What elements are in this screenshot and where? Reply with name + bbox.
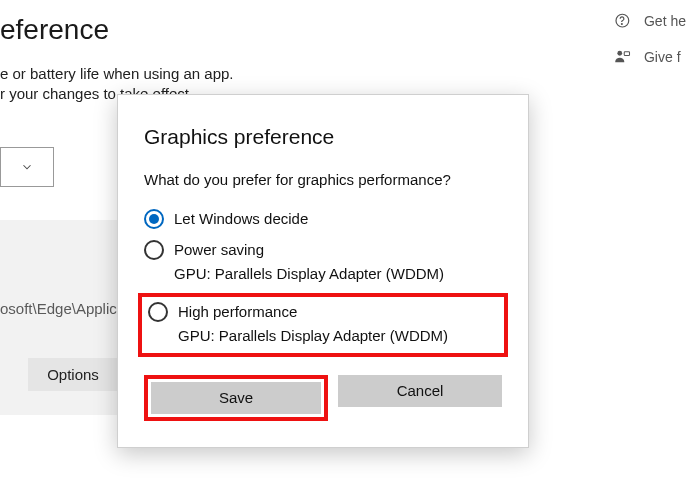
dialog-footer: Save Cancel xyxy=(144,375,502,421)
graphics-preference-dialog: Graphics preference What do you prefer f… xyxy=(117,94,529,448)
help-icon xyxy=(612,12,632,30)
radio-label: Let Windows decide xyxy=(174,208,308,229)
radio-indicator xyxy=(144,209,164,229)
radio-label: High performance xyxy=(178,301,448,322)
cancel-label: Cancel xyxy=(397,382,444,399)
radio-dot-icon xyxy=(149,214,159,224)
feedback-icon xyxy=(612,48,632,66)
radio-indicator xyxy=(148,302,168,322)
svg-point-1 xyxy=(617,51,622,56)
app-path-fragment: osoft\Edge\Applicati xyxy=(0,300,133,317)
cancel-button[interactable]: Cancel xyxy=(338,375,502,407)
radio-indicator xyxy=(144,240,164,260)
radio-power-saving[interactable]: Power saving GPU: Parallels Display Adap… xyxy=(144,235,502,291)
radio-group: Let Windows decide Power saving GPU: Par… xyxy=(144,204,502,357)
highlight-annotation: Save xyxy=(144,375,328,421)
radio-sublabel: GPU: Parallels Display Adapter (WDDM) xyxy=(174,263,444,285)
radio-let-windows-decide[interactable]: Let Windows decide xyxy=(144,204,502,235)
svg-rect-2 xyxy=(624,52,629,56)
radio-label: Power saving xyxy=(174,239,444,260)
page-subtext-1: e or battery life when using an app. xyxy=(0,64,694,84)
give-feedback-link[interactable]: Give f xyxy=(612,48,686,66)
save-button[interactable]: Save xyxy=(151,382,321,414)
options-label: Options xyxy=(47,366,99,383)
svg-point-0 xyxy=(621,24,622,25)
page-title: eference xyxy=(0,14,694,46)
dialog-prompt: What do you prefer for graphics performa… xyxy=(144,171,502,188)
app-type-dropdown[interactable] xyxy=(0,147,54,187)
give-feedback-label: Give f xyxy=(644,49,681,65)
get-help-link[interactable]: Get he xyxy=(612,12,686,30)
get-help-label: Get he xyxy=(644,13,686,29)
highlight-annotation: High performance GPU: Parallels Display … xyxy=(138,293,508,357)
dialog-title: Graphics preference xyxy=(144,125,502,149)
options-button[interactable]: Options xyxy=(28,358,118,391)
radio-sublabel: GPU: Parallels Display Adapter (WDDM) xyxy=(178,325,448,347)
save-label: Save xyxy=(219,389,253,406)
chevron-down-icon xyxy=(20,160,34,174)
header-actions: Get he Give f xyxy=(612,12,686,66)
radio-high-performance[interactable]: High performance GPU: Parallels Display … xyxy=(146,301,500,347)
